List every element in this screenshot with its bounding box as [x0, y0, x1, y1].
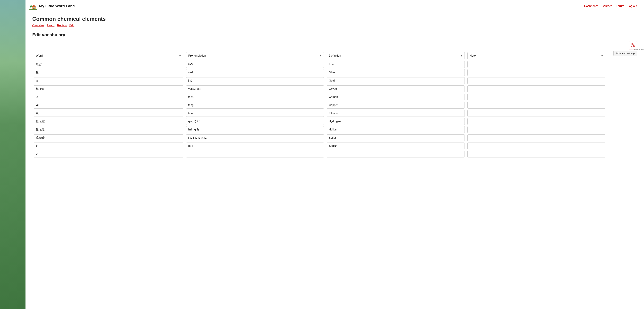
pronunciation-input[interactable]: [186, 61, 324, 68]
word-input[interactable]: [34, 69, 184, 76]
definition-input[interactable]: [327, 151, 465, 157]
word-input[interactable]: [34, 151, 184, 157]
pronunciation-input-cell: [185, 77, 326, 85]
note-input-cell: [466, 109, 607, 117]
word-input[interactable]: [34, 102, 184, 109]
nav-dashboard[interactable]: Dashboard: [584, 4, 598, 8]
row-menu-button[interactable]: ⋮: [608, 78, 614, 83]
nav-courses[interactable]: Courses: [602, 4, 612, 8]
row-menu-button[interactable]: ⋮: [608, 144, 614, 148]
nav-logout[interactable]: Log out: [628, 4, 637, 8]
word-input[interactable]: [34, 110, 184, 117]
note-sort-arrow: ▼: [601, 54, 603, 57]
pronunciation-input[interactable]: [186, 110, 324, 117]
pronunciation-input-cell: [185, 93, 326, 101]
word-input-cell: [32, 68, 185, 77]
word-input-cell: [32, 93, 185, 101]
word-input[interactable]: [34, 118, 184, 125]
row-menu-button[interactable]: ⋮: [608, 86, 614, 91]
note-input[interactable]: [468, 102, 606, 109]
pronunciation-input[interactable]: [186, 118, 324, 125]
nav-overview[interactable]: Overview: [32, 24, 44, 27]
pronunciation-input[interactable]: [186, 151, 324, 157]
pronunciation-input[interactable]: [186, 126, 324, 133]
row-menu-button[interactable]: ⋮: [608, 135, 614, 140]
note-input[interactable]: [468, 85, 606, 92]
row-menu-button[interactable]: ⋮: [608, 95, 614, 99]
definition-input-cell: [325, 109, 466, 117]
pronunciation-input[interactable]: [186, 102, 324, 109]
advanced-settings-tooltip: Advanced settings: [614, 51, 637, 56]
nav-edit[interactable]: Edit: [69, 24, 74, 27]
section-title: Edit vocabulary: [32, 32, 637, 37]
word-input[interactable]: [34, 77, 184, 84]
note-input[interactable]: [468, 118, 606, 125]
word-input[interactable]: [34, 143, 184, 149]
note-input[interactable]: [468, 134, 606, 141]
svg-rect-7: [29, 9, 37, 10]
sliders-icon: [631, 43, 635, 47]
definition-input[interactable]: [327, 102, 465, 109]
word-input[interactable]: [34, 134, 184, 141]
note-input[interactable]: [468, 94, 606, 100]
definition-input[interactable]: [327, 69, 465, 76]
row-menu-button[interactable]: ⋮: [608, 119, 614, 124]
row-menu-button[interactable]: ⋮: [608, 70, 614, 75]
definition-input[interactable]: [327, 85, 465, 92]
note-input[interactable]: [468, 110, 606, 117]
note-input[interactable]: [468, 143, 606, 149]
column-header-row: Word ▼ Pronunciation ▼ Definition: [32, 51, 637, 60]
row-menu-button[interactable]: ⋮: [608, 62, 614, 67]
note-input-cell: [466, 117, 607, 126]
word-input[interactable]: [34, 85, 184, 92]
pronunciation-input[interactable]: [186, 94, 324, 100]
definition-input-cell: [325, 101, 466, 109]
row-menu-button[interactable]: ⋮: [608, 152, 614, 156]
note-input[interactable]: [468, 61, 606, 68]
word-input-cell: [32, 101, 185, 109]
word-input-cell: [32, 109, 185, 117]
advanced-settings-button[interactable]: [629, 41, 637, 49]
pronunciation-input-cell: [185, 142, 326, 150]
note-input-cell: [466, 126, 607, 134]
pronunciation-input[interactable]: [186, 85, 324, 92]
row-menu-button[interactable]: ⋮: [608, 103, 614, 107]
nav-learn[interactable]: Learn: [47, 24, 54, 27]
col-header-word: Word ▼: [32, 51, 185, 60]
definition-input-cell: [325, 117, 466, 126]
svg-rect-6: [34, 7, 35, 8]
row-menu-cell: ⋮: [607, 60, 637, 68]
definition-input[interactable]: [327, 94, 465, 100]
row-menu-button[interactable]: ⋮: [608, 127, 614, 132]
note-input[interactable]: [468, 69, 606, 76]
definition-input-cell: [325, 93, 466, 101]
word-input-cell: [32, 60, 185, 68]
pronunciation-input[interactable]: [186, 143, 324, 149]
definition-input[interactable]: [327, 126, 465, 133]
note-input-cell: [466, 101, 607, 109]
header: My Little Word Land Dashboard Courses Fo…: [26, 0, 644, 12]
word-input[interactable]: [34, 61, 184, 68]
note-input[interactable]: [468, 126, 606, 133]
word-input[interactable]: [34, 94, 184, 100]
word-input[interactable]: [34, 126, 184, 133]
pronunciation-input[interactable]: [186, 69, 324, 76]
pronunciation-input[interactable]: [186, 134, 324, 141]
definition-input-cell: [325, 150, 466, 158]
nav-review[interactable]: Review: [57, 24, 67, 27]
nav-forum[interactable]: Forum: [616, 4, 624, 8]
definition-input[interactable]: [327, 61, 465, 68]
note-input[interactable]: [468, 151, 606, 157]
definition-input[interactable]: [327, 77, 465, 84]
definition-input[interactable]: [327, 134, 465, 141]
definition-input[interactable]: [327, 110, 465, 117]
definition-input[interactable]: [327, 143, 465, 149]
definition-input-cell: [325, 126, 466, 134]
note-input[interactable]: [468, 77, 606, 84]
row-menu-button[interactable]: ⋮: [608, 111, 614, 116]
pronunciation-input[interactable]: [186, 77, 324, 84]
pronunciation-input-cell: [185, 101, 326, 109]
pronunciation-input-cell: [185, 134, 326, 142]
row-menu-cell: ⋮: [607, 150, 637, 158]
definition-input[interactable]: [327, 118, 465, 125]
